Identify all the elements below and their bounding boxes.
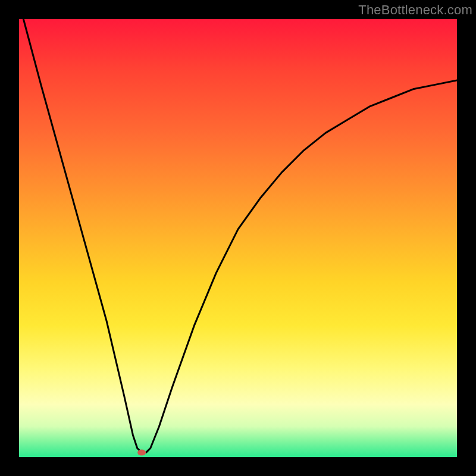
chart-frame: TheBottleneck.com <box>0 0 476 476</box>
plot-area <box>19 19 457 457</box>
min-marker <box>137 450 146 456</box>
watermark-text: TheBottleneck.com <box>358 2 472 18</box>
chart-svg <box>19 19 457 457</box>
series-curve <box>23 19 457 453</box>
